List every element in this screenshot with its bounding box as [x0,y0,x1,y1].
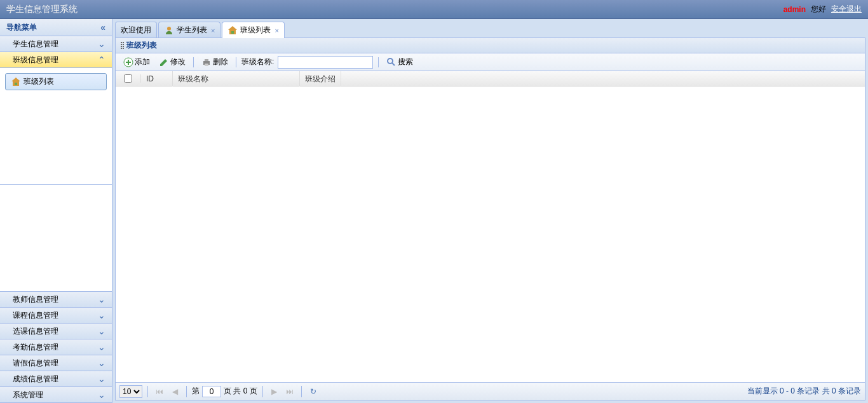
sidebar: 导航菜单 « 学生信息管理 ⌄ 班级信息管理 ⌃ 班级列表 教师信息管理 ⌄ 课… [0,19,112,403]
logout-link[interactable]: 安全退出 [831,4,862,15]
menu-attendance[interactable]: 考勤信息管理 ⌄ [0,339,112,355]
app-title: 学生信息管理系统 [6,4,78,15]
search-button[interactable]: 搜索 [384,55,416,69]
menu-system[interactable]: 系统管理 ⌄ [0,387,112,403]
nav-title-text: 导航菜单 [6,22,37,33]
chevron-down-icon: ⌄ [98,374,105,384]
chevron-down-icon: ⌄ [98,326,105,336]
edit-button[interactable]: 修改 [156,55,188,69]
tool-label: 搜索 [398,57,413,67]
greeting: 您好 [811,4,826,15]
nav-title: 导航菜单 « [0,19,112,36]
menu-course-info[interactable]: 课程信息管理 ⌄ [0,308,112,324]
submenu-label: 班级列表 [24,76,54,87]
menu-label: 考勤信息管理 [13,342,58,353]
tool-label: 添加 [135,57,150,67]
col-id[interactable]: ID [141,71,173,86]
panel: 班级列表 添加 修改 删除 班级名称: [115,38,865,400]
last-page-button[interactable]: ⏭ [283,385,296,398]
menu-student-info[interactable]: 学生信息管理 ⌄ [0,36,112,52]
pagination-controls: 10 ⏮ ◀ 第 页 共 0 页 ▶ ⏭ ↻ [119,385,320,398]
first-page-button[interactable]: ⏮ [153,385,166,398]
panel-title-bar: 班级列表 [116,38,865,53]
toolbar: 添加 修改 删除 班级名称: 搜索 [116,53,865,71]
tab-label: 班级列表 [240,25,271,36]
search-input[interactable] [278,56,373,69]
col-name[interactable]: 班级名称 [173,71,300,86]
close-icon[interactable]: × [211,27,215,34]
house-icon [11,77,21,87]
tab-label: 欢迎使用 [121,25,151,36]
svg-rect-2 [231,31,234,34]
svg-rect-5 [205,59,208,61]
separator [186,386,187,397]
menu-teacher-info[interactable]: 教师信息管理 ⌄ [0,292,112,308]
grid-body [116,86,865,382]
chevron-down-icon: ⌄ [98,294,105,304]
tool-label: 删除 [213,57,228,67]
next-page-button[interactable]: ▶ [268,385,281,398]
user-icon [164,25,174,36]
menu-label: 课程信息管理 [13,310,58,321]
svg-point-1 [167,27,171,31]
tab-student-list[interactable]: 学生列表 × [158,22,220,38]
menu-content: 班级列表 [0,68,112,185]
app-header: 学生信息管理系统 admin 您好 安全退出 [0,0,868,19]
prev-page-button[interactable]: ◀ [168,385,181,398]
chevron-down-icon: ⌄ [98,310,105,320]
col-intro[interactable]: 班级介绍 [300,71,341,86]
checkbox-header [116,74,141,83]
delete-button[interactable]: 删除 [199,55,231,69]
printer-icon [201,57,212,67]
add-button[interactable]: 添加 [121,55,153,69]
svg-rect-6 [205,64,208,66]
refresh-button[interactable]: ↻ [307,385,320,398]
separator [262,386,263,397]
select-all-checkbox[interactable] [124,74,132,83]
submenu-class-list[interactable]: 班级列表 [5,73,107,90]
search-icon [386,57,397,67]
panel-title-text: 班级列表 [126,40,157,51]
page-label-pre: 第 [192,386,200,397]
search-label: 班级名称: [241,57,274,67]
pagination: 10 ⏮ ◀ 第 页 共 0 页 ▶ ⏭ ↻ 当前显示 0 - 0 条记录 共 … [116,382,865,400]
page-size-select[interactable]: 10 [119,385,142,398]
menu-label: 系统管理 [13,390,43,400]
chevron-down-icon: ⌄ [98,39,105,49]
tab-label: 学生列表 [177,25,207,36]
chevron-down-icon: ⌄ [98,358,105,368]
collapse-icon[interactable]: « [100,22,105,32]
menu-label: 请假信息管理 [13,358,58,369]
separator [193,57,194,67]
page-label-post: 页 共 0 页 [224,386,257,397]
svg-point-7 [388,58,393,64]
separator [236,57,236,67]
tab-class-list[interactable]: 班级列表 × [222,22,284,38]
username: admin [783,5,806,14]
svg-rect-0 [15,83,17,85]
chevron-down-icon: ⌄ [98,342,105,352]
sidebar-spacer [0,185,112,292]
menu-label: 学生信息管理 [13,39,58,50]
menu-leave[interactable]: 请假信息管理 ⌄ [0,355,112,371]
menu-grades[interactable]: 成绩信息管理 ⌄ [0,371,112,387]
tab-welcome[interactable]: 欢迎使用 [115,22,157,38]
separator [301,386,302,397]
menu-label: 成绩信息管理 [13,374,58,385]
grip-icon [121,42,124,49]
tool-label: 修改 [170,57,186,67]
header-right: admin 您好 安全退出 [783,4,862,15]
menu-select-course[interactable]: 选课信息管理 ⌄ [0,324,112,339]
page-number-input[interactable] [202,386,221,397]
separator [378,57,379,67]
tabs-strip: 欢迎使用 学生列表 × 班级列表 × [115,22,865,38]
plus-icon [123,57,133,67]
menu-label: 选课信息管理 [13,326,58,337]
house-icon [227,25,238,36]
pencil-icon [159,57,169,67]
menu-class-info[interactable]: 班级信息管理 ⌃ [0,52,112,68]
chevron-up-icon: ⌃ [98,55,105,65]
page-info: 当前显示 0 - 0 条记录 共 0 条记录 [747,386,861,397]
close-icon[interactable]: × [275,27,278,34]
grid-header: ID 班级名称 班级介绍 [116,71,865,86]
